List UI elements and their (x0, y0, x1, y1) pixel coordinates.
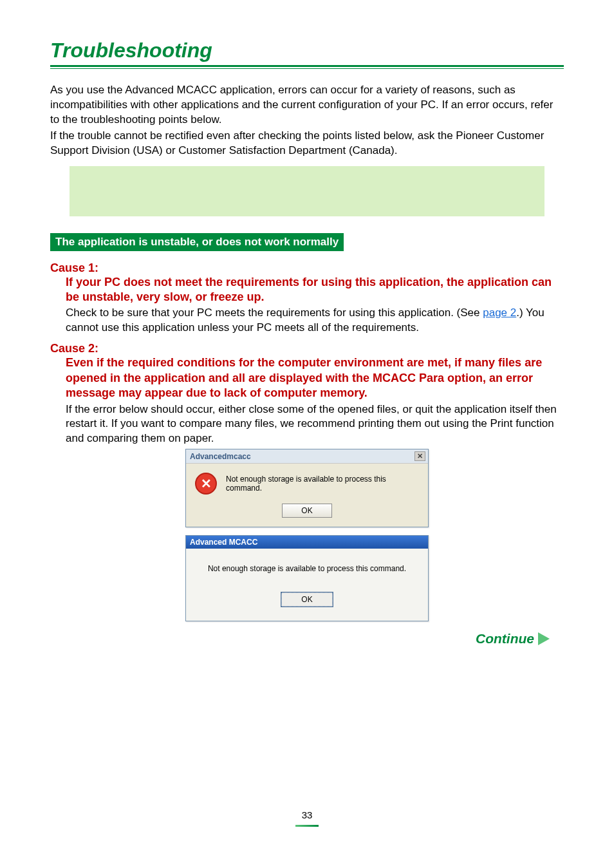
close-button[interactable]: ✕ (414, 451, 425, 461)
dialog-button-row: OK (186, 501, 428, 527)
page-number-underline (295, 825, 319, 827)
continue-label: Continue (476, 631, 534, 646)
error-icon: ✕ (195, 473, 217, 495)
page-title: Troubleshooting (50, 39, 564, 62)
dialog-body: Not enough storage is available to proce… (186, 549, 428, 580)
dialog-message: Not enough storage is available to proce… (226, 475, 419, 493)
ok-button[interactable]: OK (282, 504, 332, 518)
dialog-title: Advancedmcacc (190, 452, 251, 461)
cause-1-label: Cause 1: (50, 261, 564, 275)
intro-paragraph-2: If the trouble cannot be rectified even … (50, 129, 564, 158)
page-2-link[interactable]: page 2 (483, 307, 516, 319)
page-number: 33 (0, 809, 614, 820)
cause-1-heading: If your PC does not meet the requirement… (66, 275, 564, 305)
ok-button[interactable]: OK (281, 592, 333, 607)
cause-1-block: Cause 1: If your PC does not meet the re… (50, 261, 564, 336)
dialog-button-row: OK (186, 580, 428, 621)
dialog-message: Not enough storage is available to proce… (199, 564, 415, 573)
cause-2-label: Cause 2: (50, 342, 564, 355)
cause-2-block: Cause 2: Even if the required conditions… (50, 342, 564, 446)
section-banner: The application is unstable, or does not… (50, 233, 344, 251)
highlight-box (70, 166, 544, 216)
cause-2-body: If the error below should occur, either … (66, 402, 564, 447)
intro-paragraph-1: As you use the Advanced MCACC applicatio… (50, 83, 564, 127)
continue-link[interactable]: Continue (476, 631, 550, 646)
dialog-titlebar: Advancedmcacc ✕ (186, 449, 428, 464)
cause-1-body-before: Check to be sure that your PC meets the … (66, 307, 483, 319)
dialog-body: ✕ Not enough storage is available to pro… (186, 464, 428, 501)
dialog-titlebar: Advanced MCACC (186, 536, 428, 549)
ok-button-label: OK (301, 506, 312, 515)
ok-button-label: OK (301, 595, 312, 604)
dialog-title: Advanced MCACC (190, 538, 257, 547)
arrow-right-icon (538, 632, 550, 645)
cause-1-body: Check to be sure that your PC meets the … (66, 306, 564, 335)
dialogs-container: Advancedmcacc ✕ ✕ Not enough storage is … (50, 449, 564, 621)
close-icon: ✕ (417, 453, 423, 460)
error-dialog-xp: Advanced MCACC Not enough storage is ava… (185, 535, 429, 621)
title-rule (50, 65, 564, 69)
error-dialog-classic: Advancedmcacc ✕ ✕ Not enough storage is … (185, 449, 429, 527)
cause-2-heading: Even if the required conditions for the … (66, 355, 564, 401)
